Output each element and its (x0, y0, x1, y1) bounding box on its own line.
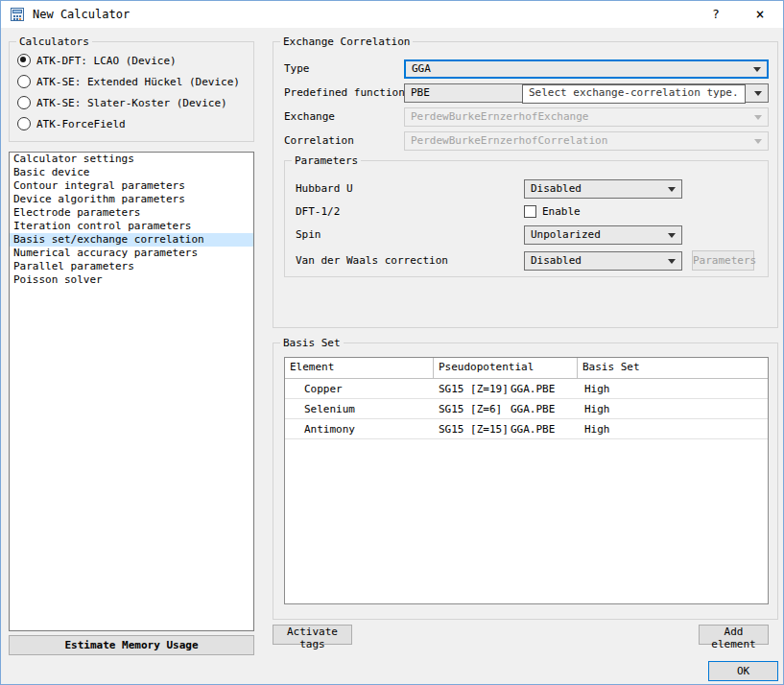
close-icon[interactable]: × (745, 1, 775, 28)
exchange-correlation-type-select[interactable]: GGA (404, 59, 769, 79)
pseudopotential-cell: SG15 [Z=19] (434, 383, 511, 395)
type-label: Type (284, 61, 310, 77)
chevron-down-icon (754, 139, 762, 144)
vdw-selected-value: Disabled (531, 254, 582, 267)
hubbard-u-label: Hubbard U (296, 181, 353, 197)
exchange-label: Exchange (284, 109, 335, 125)
settings-item-basic-device[interactable]: Basic device (10, 166, 253, 179)
settings-item-iteration-control[interactable]: Iteration control parameters (10, 220, 253, 233)
basis-cell: High (578, 383, 610, 395)
table-row-antimony[interactable]: Antimony SG15 [Z=15] GGA.PBE High (285, 419, 768, 439)
chevron-down-icon (668, 259, 676, 264)
column-header-basis-set: Basis Set (578, 358, 768, 378)
element-cell: Antimony (285, 423, 434, 436)
radio-atk-forcefield[interactable]: ATK-ForceField (17, 115, 126, 132)
exchange-correlation-tooltip: Select exchange-correlation type. (522, 84, 746, 104)
table-row-selenium[interactable]: Selenium SG15 [Z=6] GGA.PBE High (285, 399, 768, 419)
correlation-selected-value: PerdewBurkeErnzerhofCorrelation (411, 134, 607, 147)
correlation-label: Correlation (284, 133, 354, 149)
chevron-down-icon (754, 91, 762, 96)
spin-label: Spin (296, 227, 321, 243)
titlebar: New Calculator ? × (1, 1, 783, 28)
chevron-down-icon (668, 233, 676, 238)
column-header-element: Element (285, 358, 434, 378)
settings-item-numerical-accuracy[interactable]: Numerical accuracy parameters (10, 247, 253, 260)
ok-button[interactable]: OK (708, 661, 778, 681)
basis-set-group-label: Basis Set (280, 337, 344, 349)
radio-icon (17, 96, 31, 109)
predefined-functionals-label: Predefined functionals (284, 85, 424, 101)
chevron-down-icon (753, 67, 761, 72)
radio-label: ATK-SE: Extended Hückel (Device) (36, 76, 240, 88)
predefined-selected-value: PBE (411, 86, 430, 99)
add-element-button[interactable]: Add element (699, 625, 769, 645)
type-selected-value: GGA (412, 62, 431, 75)
basis-cell: High (578, 403, 610, 415)
radio-atk-dft-lcao[interactable]: ATK-DFT: LCAO (Device) (17, 52, 177, 69)
functional-cell: GGA.PBE (511, 403, 578, 415)
dft-half-enable-checkbox[interactable] (524, 205, 536, 218)
correlation-select: PerdewBurkeErnzerhofCorrelation (404, 131, 769, 151)
table-row-copper[interactable]: Copper SG15 [Z=19] GGA.PBE High (285, 379, 768, 399)
dft-half-enable-label: Enable (542, 204, 581, 220)
radio-label: ATK-SE: Slater-Koster (Device) (36, 97, 227, 109)
functional-cell: GGA.PBE (511, 383, 578, 395)
basis-set-table: Element Pseudopotential Basis Set Copper… (284, 357, 769, 604)
exchange-select: PerdewBurkeErnzerhofExchange (404, 107, 769, 127)
calculator-settings-list: Calculator settings Basic device Contour… (9, 152, 254, 631)
parameters-group-label: Parameters (292, 154, 361, 167)
spin-selected-value: Unpolarized (531, 228, 601, 241)
settings-item-basis-set-exchange-correlation[interactable]: Basis set/exchange correlation (10, 233, 253, 247)
spin-select[interactable]: Unpolarized (524, 225, 682, 245)
settings-item-parallel[interactable]: Parallel parameters (10, 260, 253, 273)
hubbard-u-selected-value: Disabled (531, 182, 582, 195)
functional-cell: GGA.PBE (511, 423, 578, 436)
basis-cell: High (578, 423, 610, 436)
exchange-selected-value: PerdewBurkeErnzerhofExchange (411, 110, 588, 123)
calculator-app-icon (10, 7, 25, 22)
settings-item-contour-integral[interactable]: Contour integral parameters (10, 179, 253, 193)
new-calculator-dialog: New Calculator ? × Calculators ATK-DFT: … (0, 0, 784, 685)
radio-atk-se-extended-huckel[interactable]: ATK-SE: Extended Hückel (Device) (17, 73, 240, 90)
settings-item-device-algorithm[interactable]: Device algorithm parameters (10, 193, 253, 206)
radio-icon (17, 117, 31, 130)
settings-list-header: Calculator settings (10, 153, 253, 166)
exchange-correlation-group-label: Exchange Correlation (280, 35, 413, 48)
element-cell: Selenium (285, 403, 434, 415)
settings-item-poisson-solver[interactable]: Poisson solver (10, 273, 253, 287)
radio-selected-icon (17, 54, 31, 67)
pseudopotential-cell: SG15 [Z=15] (434, 423, 511, 436)
help-button[interactable]: ? (701, 1, 731, 28)
basis-set-table-header: Element Pseudopotential Basis Set (285, 358, 768, 379)
column-header-pseudopotential: Pseudopotential (434, 358, 578, 378)
window-title: New Calculator (33, 8, 130, 21)
calculators-group-label: Calculators (16, 35, 92, 48)
vdw-correction-label: Van der Waals correction (296, 253, 448, 269)
radio-atk-se-slater-koster[interactable]: ATK-SE: Slater-Koster (Device) (17, 94, 227, 111)
vdw-parameters-button: Parameters (692, 250, 754, 271)
chevron-down-icon (668, 187, 676, 192)
radio-label: ATK-ForceField (36, 118, 126, 130)
vdw-correction-select[interactable]: Disabled (524, 251, 682, 271)
estimate-memory-usage-button[interactable]: Estimate Memory Usage (9, 635, 254, 655)
chevron-down-icon (754, 115, 762, 120)
element-cell: Copper (285, 383, 434, 395)
activate-tags-button[interactable]: Activate tags (273, 625, 352, 645)
hubbard-u-select[interactable]: Disabled (524, 179, 682, 199)
radio-icon (17, 75, 31, 88)
dft-half-label: DFT-1/2 (296, 204, 340, 220)
radio-label: ATK-DFT: LCAO (Device) (36, 55, 177, 67)
settings-item-electrode[interactable]: Electrode parameters (10, 206, 253, 220)
pseudopotential-cell: SG15 [Z=6] (434, 403, 511, 415)
